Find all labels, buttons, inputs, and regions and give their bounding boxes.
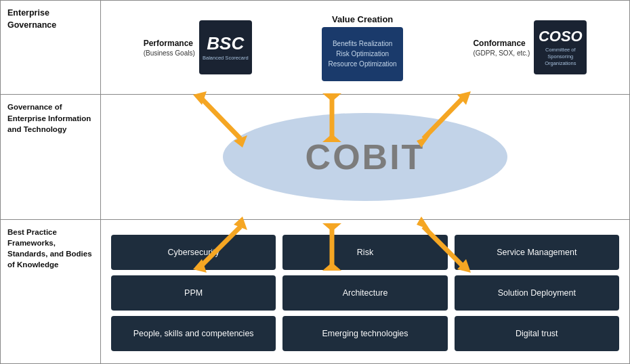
bp-col-3: Service Management Solution Deployment D… xyxy=(455,235,619,351)
service-mgmt-item: Service Management xyxy=(455,235,619,270)
bsc-name: Balanced Scorecard xyxy=(203,55,249,62)
coso-name: Committee of Sponsoring Organizations xyxy=(537,47,583,66)
value-creation-text: Benefits Realization Risk Optimization R… xyxy=(329,39,397,69)
bsc-card: BSC Balanced Scorecard xyxy=(199,20,252,74)
risk-opt-line: Risk Optimization xyxy=(329,49,397,59)
enterprise-governance-label: Enterprise Governance xyxy=(1,1,101,94)
best-practice-label: Best Practice Frameworks, Standards, and… xyxy=(1,220,101,363)
cobit-section-label: Governance of Enterprise Information and… xyxy=(1,95,101,219)
governance-groups: Performance (Business Goals) BSC Balance… xyxy=(101,7,629,88)
coso-card: COSO Committee of Sponsoring Organizatio… xyxy=(534,20,587,74)
value-creation-label: Value Creation xyxy=(332,14,393,24)
ppm-item: PPM xyxy=(111,275,276,311)
conformance-group: Conformance (GDPR, SOX, etc.) COSO Commi… xyxy=(473,20,587,74)
emerging-tech-item: Emerging technologies xyxy=(282,316,447,351)
conformance-text: Conformance (GDPR, SOX, etc.) xyxy=(473,39,530,57)
architecture-item: Architecture xyxy=(282,275,447,311)
risk-item: Risk xyxy=(282,235,447,270)
performance-subtitle: (Business Goals) xyxy=(144,49,195,57)
cybersecurity-item: Cybersecurity xyxy=(111,235,276,270)
governance-content: Performance (Business Goals) BSC Balance… xyxy=(101,1,629,94)
resource-opt-line: Resource Optimization xyxy=(329,59,397,69)
bp-col-2: Risk Architecture Emerging technologies xyxy=(282,235,447,351)
performance-title: Performance xyxy=(144,39,195,49)
cobit-text: COBIT xyxy=(306,137,425,177)
cobit-section: Governance of Enterprise Information and… xyxy=(1,95,629,219)
bp-columns: Cybersecurity PPM People, skills and com… xyxy=(101,225,629,358)
performance-group: Performance (Business Goals) BSC Balance… xyxy=(144,20,252,74)
bp-col-1: Cybersecurity PPM People, skills and com… xyxy=(111,235,276,351)
performance-text: Performance (Business Goals) xyxy=(144,39,195,57)
conformance-title: Conformance xyxy=(473,39,530,49)
enterprise-governance-section: Enterprise Governance Performance (Busin… xyxy=(1,1,629,95)
people-skills-item: People, skills and competencies xyxy=(111,316,276,351)
best-practice-content: Cybersecurity PPM People, skills and com… xyxy=(101,220,629,363)
solution-deploy-item: Solution Deployment xyxy=(455,275,619,311)
value-creation-card: Benefits Realization Risk Optimization R… xyxy=(322,27,403,81)
cobit-content: COBIT xyxy=(101,95,629,219)
coso-acronym: COSO xyxy=(539,28,583,45)
value-creation-group: Value Creation Benefits Realization Risk… xyxy=(322,14,403,81)
bsc-acronym: BSC xyxy=(207,34,244,53)
conformance-subtitle: (GDPR, SOX, etc.) xyxy=(473,49,530,57)
digital-trust-item: Digital trust xyxy=(455,316,619,351)
best-practice-section: Best Practice Frameworks, Standards, and… xyxy=(1,220,629,363)
benefits-line: Benefits Realization xyxy=(329,39,397,49)
main-container: Enterprise Governance Performance (Busin… xyxy=(0,0,630,364)
cobit-ellipse: COBIT xyxy=(223,113,507,201)
